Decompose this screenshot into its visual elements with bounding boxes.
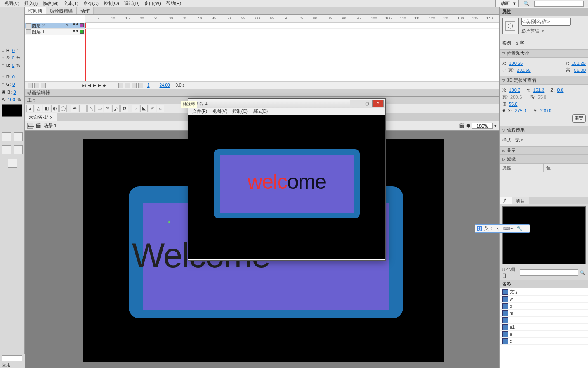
pencil-tool[interactable]: ✎ [104,105,111,112]
reset-button[interactable]: 重置 [572,114,586,123]
layer-lock-icon[interactable] [76,23,78,25]
eyedropper-tool[interactable]: ✐ [149,105,156,112]
library-item[interactable]: 文字 [500,288,588,296]
layer-lock-icon[interactable] [76,30,78,32]
prop-z3[interactable]: 0.0 [557,88,563,93]
lock-icon[interactable]: ⇄ [502,67,506,73]
animation-editor-tab[interactable]: 动画编辑器 [25,89,499,97]
ime-skin-icon[interactable]: ✦ [510,226,515,231]
align-right-icon[interactable] [14,132,23,141]
prop-w[interactable]: 280.55 [517,68,531,73]
library-item[interactable]: m [500,310,588,317]
pen-tool[interactable]: ✒ [71,105,78,112]
chevron-down-icon[interactable]: ▾ [542,28,544,34]
prop-vpy[interactable]: 200.0 [540,108,552,113]
color-r-value[interactable]: 0 [12,74,15,79]
new-folder-button[interactable] [34,83,39,88]
eraser-tool[interactable]: ▱ [157,105,164,112]
color-h-value[interactable]: 0 [12,48,15,53]
goto-first-icon[interactable]: ⏮ [82,83,86,88]
layer-visible-icon[interactable] [73,30,75,32]
tab-compiler-errors[interactable]: 编译器错误 [46,7,77,14]
maximize-button[interactable]: ▢ [361,100,373,107]
library-item[interactable]: w [500,296,588,303]
library-header-name[interactable]: 名称 [500,280,588,288]
menu-debug[interactable]: 调试(D) [122,0,142,7]
popup-menu-control[interactable]: 控制(C) [230,108,250,114]
close-button[interactable]: ✕ [372,100,384,107]
dist-h-icon[interactable] [2,145,11,154]
play-icon[interactable]: ▶ [93,83,96,88]
delete-layer-button[interactable] [41,83,46,88]
layer-row[interactable]: 图层 1 [25,29,85,35]
layer-row[interactable]: 图层 2 ✎ [25,23,85,29]
timeline-frames[interactable] [85,23,499,81]
subselection-tool[interactable]: △ [35,105,42,112]
menu-command[interactable]: 命令(C) [81,0,101,7]
tab-library[interactable]: 库 [500,197,512,204]
text-tool[interactable]: T [79,105,87,112]
prop-x3[interactable]: 130.3 [509,88,520,93]
search-icon[interactable]: 🔍 [580,270,586,275]
3d-rotation-tool[interactable]: ◐ [51,105,59,112]
menu-view[interactable]: 视图(V) [2,0,22,7]
prop-y3[interactable]: 151.3 [533,88,545,93]
library-list[interactable]: 文字womle1ec [500,288,588,368]
section-display[interactable]: 显示 [507,147,516,154]
modify-markers-icon[interactable] [138,83,143,88]
prop-x[interactable]: 130.25 [509,61,523,66]
layer-color-swatch[interactable] [80,30,84,34]
menu-help[interactable]: 帮助(H) [163,0,184,7]
bottom-input[interactable] [2,355,22,361]
library-item[interactable]: o [500,303,588,310]
color-g-value[interactable]: 0 [12,82,15,87]
library-item[interactable]: e1 [500,324,588,331]
dist-v-icon[interactable] [14,145,23,154]
ime-logo-icon[interactable]: Q [477,226,482,231]
goto-last-icon[interactable]: ⏭ [103,83,107,88]
menu-modify[interactable]: 修改(M) [40,0,61,7]
menu-insert[interactable]: 插入(I) [22,0,40,7]
zoom-input[interactable] [472,123,493,129]
back-button[interactable]: ⟸ [27,123,33,129]
prop-vpx[interactable]: 275.0 [515,108,526,113]
selection-tool[interactable]: ▲ [26,105,34,112]
current-frame[interactable]: 1 [147,83,150,88]
instance-type[interactable]: 影片剪辑 [521,28,539,34]
color-br-value[interactable]: 0 [12,63,14,68]
tab-actions[interactable]: 动作 [77,7,94,14]
onion-skin-icon[interactable] [118,83,123,88]
onion-outline-icon[interactable] [125,83,130,88]
popup-menu-file[interactable]: 文件(F) [190,108,210,114]
search-input[interactable] [534,1,584,7]
deco-tool[interactable]: ✿ [120,105,128,112]
prop-persp[interactable]: 55.0 [509,102,517,107]
rectangle-tool[interactable]: ▭ [96,105,103,112]
edit-symbol-icon[interactable]: ⬢ [466,123,470,128]
zoom-dropdown-icon[interactable]: ▾ [494,123,497,128]
ime-moon-icon[interactable]: ☾ [490,226,495,231]
instance-of-value[interactable]: 文字 [515,40,524,46]
menu-window[interactable]: 窗口(W) [142,0,163,7]
color-b-value[interactable]: 0 [13,90,16,95]
edit-scene-icon[interactable]: 🎬 [459,123,465,128]
library-item[interactable]: e [500,331,588,338]
color-s-value[interactable]: 0 [12,55,14,60]
new-layer-button[interactable] [28,83,33,88]
style-dropdown[interactable]: 无 ▾ [515,137,523,143]
color-a-value[interactable]: 100 [7,97,15,102]
timeline-ruler[interactable]: 5101520253035404550556065707580859095100… [85,15,499,23]
popup-menu-debug[interactable]: 调试(D) [250,108,270,114]
edit-multiple-icon[interactable] [132,83,137,88]
library-item[interactable]: c [500,338,588,345]
menu-control[interactable]: 控制(O) [101,0,122,7]
section-3d[interactable]: 3D 定位和查看 [507,77,536,83]
prop-h[interactable]: 55.00 [574,68,586,73]
document-tab[interactable]: 未命名-1*× [25,113,57,121]
menu-text[interactable]: 文本(T) [61,0,81,7]
swf-preview-window[interactable]: 未命名-1 — ▢ ✕ 文件(F) 视图(V) 控制(C) 调试(D) welc… [188,98,386,261]
step-back-icon[interactable]: ◀ [88,83,91,88]
fps-value[interactable]: 24.00 [160,83,170,88]
bone-tool[interactable]: ⟋ [132,105,139,112]
paint-bucket-tool[interactable]: ◣ [140,105,148,112]
